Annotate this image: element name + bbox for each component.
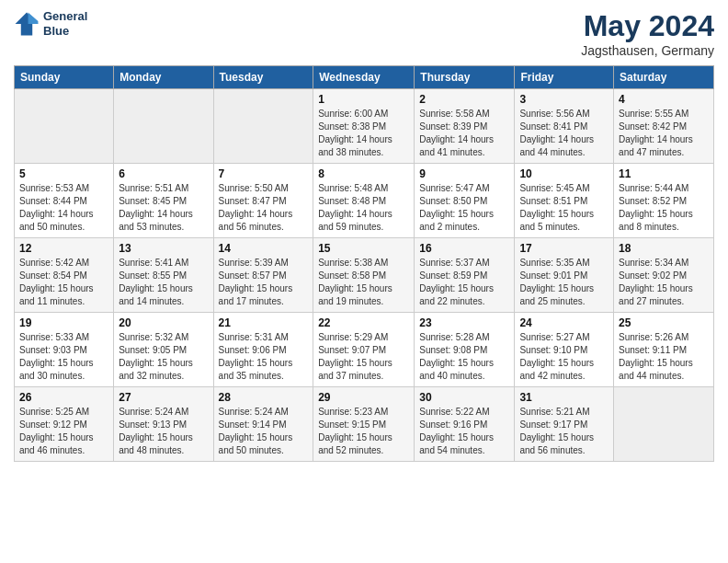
calendar-cell: 16Sunrise: 5:37 AM Sunset: 8:59 PM Dayli…: [415, 238, 515, 313]
day-number: 3: [519, 93, 609, 106]
calendar-cell: 22Sunrise: 5:29 AM Sunset: 9:07 PM Dayli…: [313, 313, 415, 387]
day-info: Sunrise: 5:53 AM Sunset: 8:44 PM Dayligh…: [19, 182, 108, 234]
week-row-5: 26Sunrise: 5:25 AM Sunset: 9:12 PM Dayli…: [15, 387, 714, 462]
calendar-cell: 25Sunrise: 5:26 AM Sunset: 9:11 PM Dayli…: [614, 313, 714, 387]
calendar-cell: 5Sunrise: 5:53 AM Sunset: 8:44 PM Daylig…: [15, 164, 114, 238]
day-number: 15: [318, 242, 409, 255]
day-info: Sunrise: 5:22 AM Sunset: 9:16 PM Dayligh…: [419, 406, 509, 457]
day-info: Sunrise: 5:56 AM Sunset: 8:41 PM Dayligh…: [519, 108, 609, 159]
day-info: Sunrise: 5:25 AM Sunset: 9:12 PM Dayligh…: [19, 406, 108, 457]
week-row-3: 12Sunrise: 5:42 AM Sunset: 8:54 PM Dayli…: [15, 238, 714, 313]
day-info: Sunrise: 5:27 AM Sunset: 9:10 PM Dayligh…: [519, 331, 609, 383]
day-info: Sunrise: 5:34 AM Sunset: 9:02 PM Dayligh…: [619, 257, 709, 308]
day-number: 20: [119, 316, 208, 329]
day-header-tuesday: Tuesday: [213, 66, 313, 89]
day-number: 16: [419, 242, 509, 255]
day-number: 23: [419, 316, 509, 329]
day-info: Sunrise: 5:48 AM Sunset: 8:48 PM Dayligh…: [318, 182, 409, 234]
day-number: 28: [219, 391, 309, 404]
day-number: 1: [318, 93, 409, 106]
day-info: Sunrise: 5:51 AM Sunset: 8:45 PM Dayligh…: [119, 182, 208, 234]
day-number: 10: [519, 167, 609, 180]
logo-icon: [14, 11, 40, 37]
calendar-cell: 15Sunrise: 5:38 AM Sunset: 8:58 PM Dayli…: [313, 238, 415, 313]
day-info: Sunrise: 5:31 AM Sunset: 9:06 PM Dayligh…: [219, 331, 309, 383]
calendar-cell: 31Sunrise: 5:21 AM Sunset: 9:17 PM Dayli…: [515, 387, 614, 462]
day-info: Sunrise: 5:24 AM Sunset: 9:13 PM Dayligh…: [119, 406, 208, 457]
calendar-cell: 12Sunrise: 5:42 AM Sunset: 8:54 PM Dayli…: [15, 238, 114, 313]
calendar-cell: 14Sunrise: 5:39 AM Sunset: 8:57 PM Dayli…: [213, 238, 313, 313]
day-header-wednesday: Wednesday: [313, 66, 415, 89]
day-number: 12: [19, 242, 108, 255]
calendar-cell: 3Sunrise: 5:56 AM Sunset: 8:41 PM Daylig…: [515, 89, 614, 164]
calendar-cell: 29Sunrise: 5:23 AM Sunset: 9:15 PM Dayli…: [313, 387, 415, 462]
day-number: 26: [19, 391, 108, 404]
day-number: 2: [419, 93, 509, 106]
calendar-table: SundayMondayTuesdayWednesdayThursdayFrid…: [14, 65, 714, 462]
day-number: 4: [619, 93, 709, 106]
day-info: Sunrise: 5:23 AM Sunset: 9:15 PM Dayligh…: [318, 406, 409, 457]
week-row-1: 1Sunrise: 6:00 AM Sunset: 8:38 PM Daylig…: [15, 89, 714, 164]
day-info: Sunrise: 5:24 AM Sunset: 9:14 PM Dayligh…: [219, 406, 309, 457]
day-number: 21: [219, 316, 309, 329]
calendar-cell: 2Sunrise: 5:58 AM Sunset: 8:39 PM Daylig…: [415, 89, 515, 164]
calendar-cell: 30Sunrise: 5:22 AM Sunset: 9:16 PM Dayli…: [415, 387, 515, 462]
day-number: 6: [119, 167, 208, 180]
calendar-cell: [15, 89, 114, 164]
header-row: SundayMondayTuesdayWednesdayThursdayFrid…: [15, 66, 714, 89]
week-row-2: 5Sunrise: 5:53 AM Sunset: 8:44 PM Daylig…: [15, 164, 714, 238]
day-info: Sunrise: 5:32 AM Sunset: 9:05 PM Dayligh…: [119, 331, 208, 383]
calendar-cell: 23Sunrise: 5:28 AM Sunset: 9:08 PM Dayli…: [415, 313, 515, 387]
header: General Blue May 2024 Jagsthausen, Germa…: [14, 9, 714, 58]
day-info: Sunrise: 5:28 AM Sunset: 9:08 PM Dayligh…: [419, 331, 509, 383]
day-number: 5: [19, 167, 108, 180]
day-number: 27: [119, 391, 208, 404]
day-number: 9: [419, 167, 509, 180]
day-info: Sunrise: 5:29 AM Sunset: 9:07 PM Dayligh…: [318, 331, 409, 383]
calendar-cell: 26Sunrise: 5:25 AM Sunset: 9:12 PM Dayli…: [15, 387, 114, 462]
svg-marker-1: [28, 12, 39, 23]
day-header-thursday: Thursday: [415, 66, 515, 89]
day-header-saturday: Saturday: [614, 66, 714, 89]
calendar-cell: 27Sunrise: 5:24 AM Sunset: 9:13 PM Dayli…: [114, 387, 213, 462]
logo: General Blue: [14, 9, 87, 38]
calendar-cell: 4Sunrise: 5:55 AM Sunset: 8:42 PM Daylig…: [614, 89, 714, 164]
day-info: Sunrise: 5:38 AM Sunset: 8:58 PM Dayligh…: [318, 257, 409, 308]
day-info: Sunrise: 5:58 AM Sunset: 8:39 PM Dayligh…: [419, 108, 509, 159]
day-info: Sunrise: 5:33 AM Sunset: 9:03 PM Dayligh…: [19, 331, 108, 383]
calendar-cell: 6Sunrise: 5:51 AM Sunset: 8:45 PM Daylig…: [114, 164, 213, 238]
location: Jagsthausen, Germany: [581, 43, 714, 58]
day-header-friday: Friday: [515, 66, 614, 89]
calendar-cell: 10Sunrise: 5:45 AM Sunset: 8:51 PM Dayli…: [515, 164, 614, 238]
day-number: 7: [219, 167, 309, 180]
calendar-cell: 28Sunrise: 5:24 AM Sunset: 9:14 PM Dayli…: [213, 387, 313, 462]
day-info: Sunrise: 5:50 AM Sunset: 8:47 PM Dayligh…: [219, 182, 309, 234]
calendar-cell: [114, 89, 213, 164]
day-info: Sunrise: 5:37 AM Sunset: 8:59 PM Dayligh…: [419, 257, 509, 308]
day-info: Sunrise: 5:47 AM Sunset: 8:50 PM Dayligh…: [419, 182, 509, 234]
month-year: May 2024: [581, 9, 714, 43]
day-number: 25: [619, 316, 709, 329]
day-info: Sunrise: 5:42 AM Sunset: 8:54 PM Dayligh…: [19, 257, 108, 308]
day-number: 8: [318, 167, 409, 180]
day-number: 17: [519, 242, 609, 255]
day-info: Sunrise: 5:45 AM Sunset: 8:51 PM Dayligh…: [519, 182, 609, 234]
day-number: 30: [419, 391, 509, 404]
logo-line2: Blue: [43, 24, 87, 39]
day-number: 29: [318, 391, 409, 404]
logo-text: General Blue: [43, 9, 87, 38]
calendar-cell: [213, 89, 313, 164]
day-number: 11: [619, 167, 709, 180]
day-header-monday: Monday: [114, 66, 213, 89]
calendar-cell: [614, 387, 714, 462]
day-number: 24: [519, 316, 609, 329]
logo-line1: General: [43, 9, 87, 24]
day-header-sunday: Sunday: [15, 66, 114, 89]
calendar-cell: 9Sunrise: 5:47 AM Sunset: 8:50 PM Daylig…: [415, 164, 515, 238]
calendar-cell: 1Sunrise: 6:00 AM Sunset: 8:38 PM Daylig…: [313, 89, 415, 164]
day-info: Sunrise: 5:55 AM Sunset: 8:42 PM Dayligh…: [619, 108, 709, 159]
calendar-cell: 24Sunrise: 5:27 AM Sunset: 9:10 PM Dayli…: [515, 313, 614, 387]
calendar-cell: 19Sunrise: 5:33 AM Sunset: 9:03 PM Dayli…: [15, 313, 114, 387]
title-block: May 2024 Jagsthausen, Germany: [581, 9, 714, 58]
calendar-cell: 21Sunrise: 5:31 AM Sunset: 9:06 PM Dayli…: [213, 313, 313, 387]
